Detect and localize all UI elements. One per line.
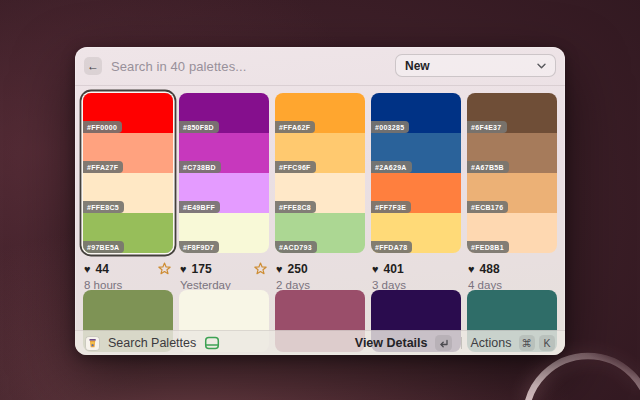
app-name: Search Palettes: [108, 336, 196, 350]
likes-count: 44: [96, 262, 109, 276]
return-key-icon: [438, 338, 449, 349]
hex-label: #FFC96F: [275, 161, 316, 173]
desktop-background: ← Search in 40 palettes... New #FF0000 #…: [0, 0, 640, 400]
heart-icon: ♥: [180, 264, 187, 275]
palette-card[interactable]: #003285 #2A629A #FF7F3E #FFDA78: [371, 93, 461, 253]
color-swatch[interactable]: #FFA27F: [83, 133, 173, 173]
hex-label: #850F8D: [179, 121, 219, 133]
back-button[interactable]: ←: [84, 57, 102, 75]
color-swatch[interactable]: #003285: [371, 93, 461, 133]
hex-label: #003285: [371, 121, 409, 133]
hex-label: #2A629A: [371, 161, 412, 173]
palette-search-window: ← Search in 40 palettes... New #FF0000 #…: [75, 47, 565, 355]
likes-row: ♥ 488: [468, 262, 556, 276]
color-swatch[interactable]: #6F4E37: [467, 93, 557, 133]
hex-label: #ACD793: [275, 241, 317, 253]
palette-card[interactable]: #FFA62F #FFC96F #FFE8C8 #ACD793: [275, 93, 365, 253]
hex-label: #FFA62F: [275, 121, 315, 133]
palette-item: #850F8D #C738BD #E49BFF #F8F9D7 ♥ 175 Ye…: [179, 93, 269, 291]
footer-bar: Search Palettes View Details Actions ⌘ K: [75, 330, 565, 355]
color-swatch[interactable]: #ECB176: [467, 173, 557, 213]
palette-grid: #FF0000 #FFA27F #FFE8C5 #97BE5A ♥ 44 8 h…: [83, 93, 557, 291]
hex-label: #ECB176: [467, 201, 508, 213]
palette-item: #FF0000 #FFA27F #FFE8C5 #97BE5A ♥ 44 8 h…: [83, 93, 173, 291]
sort-dropdown[interactable]: New: [395, 54, 556, 77]
color-swatch[interactable]: #FFC96F: [275, 133, 365, 173]
likes-row: ♥ 250: [276, 262, 364, 276]
color-swatch[interactable]: #FF0000: [83, 93, 173, 133]
color-swatch[interactable]: #ACD793: [275, 213, 365, 253]
extension-icon: [85, 336, 100, 351]
color-swatch[interactable]: #F8F9D7: [179, 213, 269, 253]
color-swatch[interactable]: #97BE5A: [83, 213, 173, 253]
color-swatch[interactable]: #850F8D: [179, 93, 269, 133]
palette-card[interactable]: #FF0000 #FFA27F #FFE8C5 #97BE5A: [83, 93, 173, 253]
color-swatch[interactable]: #FED8B1: [467, 213, 557, 253]
likes-count: 488: [480, 262, 500, 276]
palette-item: #003285 #2A629A #FF7F3E #FFDA78 ♥ 401 3 …: [371, 93, 461, 291]
likes-row: ♥ 44: [84, 262, 172, 276]
hex-label: #C738BD: [179, 161, 221, 173]
sort-dropdown-value: New: [405, 59, 430, 73]
palette-meta: ♥ 175 Yesterday: [179, 262, 269, 291]
palette-meta: ♥ 401 3 days: [371, 262, 461, 291]
palette-card-icon: [204, 336, 220, 350]
header: ← Search in 40 palettes... New: [75, 47, 565, 85]
palette-item: #FFA62F #FFC96F #FFE8C8 #ACD793 ♥ 250 2 …: [275, 93, 365, 291]
color-swatch[interactable]: #FFE8C8: [275, 173, 365, 213]
hex-label: #FF0000: [83, 121, 122, 133]
footer-divider: [461, 337, 462, 349]
heart-icon: ♥: [468, 264, 475, 275]
palette-item: #6F4E37 #A67B5B #ECB176 #FED8B1 ♥ 488 4 …: [467, 93, 557, 291]
color-swatch[interactable]: #A67B5B: [467, 133, 557, 173]
star-icon[interactable]: [158, 262, 171, 275]
view-details-button[interactable]: View Details: [355, 336, 428, 350]
heart-icon: ♥: [84, 264, 91, 275]
cmd-keycap: ⌘: [519, 335, 536, 351]
likes-row: ♥ 175: [180, 262, 268, 276]
palette-card[interactable]: #6F4E37 #A67B5B #ECB176 #FED8B1: [467, 93, 557, 253]
arrow-left-icon: ←: [87, 59, 99, 73]
hex-label: #FFE8C8: [275, 201, 316, 213]
palette-meta: ♥ 488 4 days: [467, 262, 557, 291]
color-swatch[interactable]: #FFDA78: [371, 213, 461, 253]
hex-label: #97BE5A: [83, 241, 124, 253]
likes-count: 175: [192, 262, 212, 276]
hex-label: #F8F9D7: [179, 241, 219, 253]
palette-meta: ♥ 44 8 hours: [83, 262, 173, 291]
color-swatch[interactable]: #2A629A: [371, 133, 461, 173]
hex-label: #FFA27F: [83, 161, 123, 173]
color-swatch[interactable]: #E49BFF: [179, 173, 269, 213]
color-swatch[interactable]: #FF7F3E: [371, 173, 461, 213]
hex-label: #A67B5B: [467, 161, 509, 173]
actions-button[interactable]: Actions: [471, 336, 512, 350]
enter-keycap: [435, 335, 452, 351]
heart-icon: ♥: [276, 264, 283, 275]
hex-label: #FF7F3E: [371, 201, 411, 213]
likes-count: 401: [384, 262, 404, 276]
heart-icon: ♥: [372, 264, 379, 275]
color-swatch[interactable]: #C738BD: [179, 133, 269, 173]
hex-label: #FED8B1: [467, 241, 509, 253]
color-swatch[interactable]: #FFE8C5: [83, 173, 173, 213]
hex-label: #E49BFF: [179, 201, 220, 213]
header-divider: [75, 85, 565, 86]
hex-label: #6F4E37: [467, 121, 507, 133]
likes-count: 250: [288, 262, 308, 276]
k-keycap: K: [539, 335, 555, 351]
color-swatch[interactable]: #FFA62F: [275, 93, 365, 133]
likes-row: ♥ 401: [372, 262, 460, 276]
hex-label: #FFE8C5: [83, 201, 124, 213]
palette-card[interactable]: #850F8D #C738BD #E49BFF #F8F9D7: [179, 93, 269, 253]
hex-label: #FFDA78: [371, 241, 412, 253]
star-icon[interactable]: [254, 262, 267, 275]
chevron-down-icon: [537, 63, 546, 69]
palette-meta: ♥ 250 2 days: [275, 262, 365, 291]
